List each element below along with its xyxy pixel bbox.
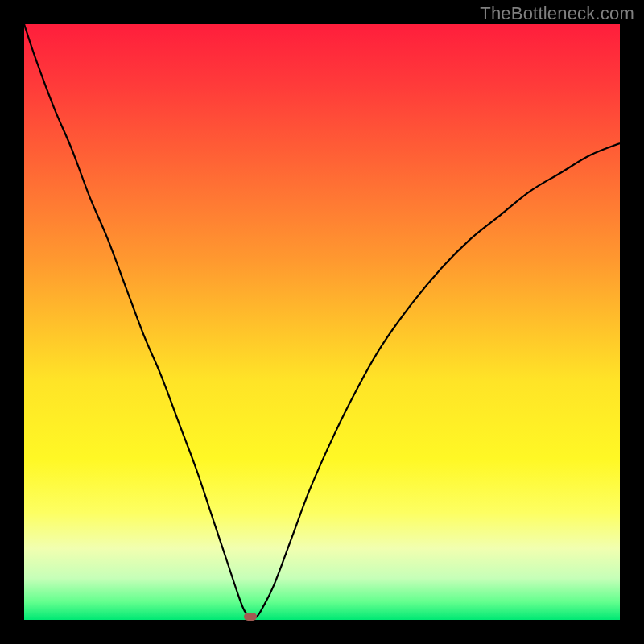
chart-plot-area [24, 24, 620, 620]
bottleneck-curve [24, 24, 620, 620]
optimal-point-marker [244, 613, 257, 621]
watermark-text: TheBottleneck.com [480, 3, 634, 24]
